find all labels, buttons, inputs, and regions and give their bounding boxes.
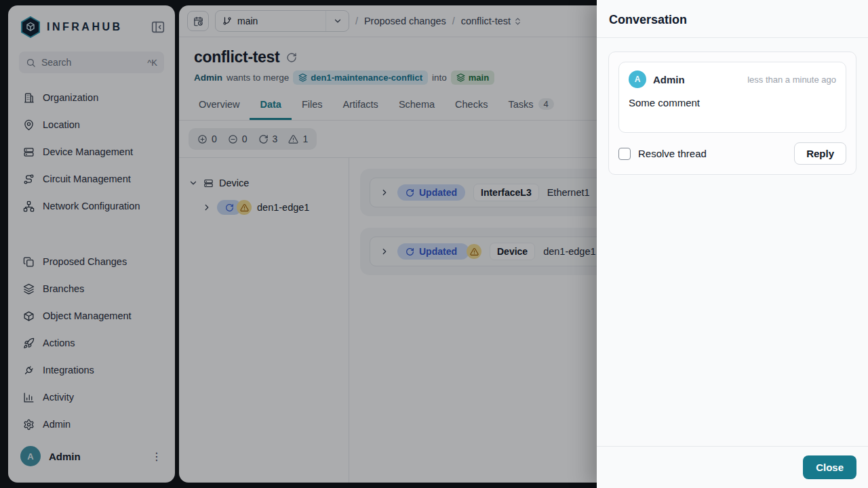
thread-card: A Admin less than a minute ago Some comm… bbox=[608, 52, 856, 175]
drawer-title: Conversation bbox=[609, 13, 856, 27]
close-button[interactable]: Close bbox=[803, 455, 856, 479]
resolve-thread-label: Resolve thread bbox=[638, 148, 707, 159]
drawer-footer: Close bbox=[597, 446, 868, 488]
avatar: A bbox=[629, 70, 646, 88]
comment-text: Some comment bbox=[629, 97, 836, 123]
resolve-thread-checkbox[interactable] bbox=[618, 148, 631, 160]
comment-timestamp: less than a minute ago bbox=[747, 75, 836, 85]
comment-card: A Admin less than a minute ago Some comm… bbox=[618, 62, 846, 133]
comment-author: Admin bbox=[653, 74, 741, 85]
drawer-header: Conversation bbox=[597, 0, 868, 38]
drawer-body: A Admin less than a minute ago Some comm… bbox=[597, 38, 868, 446]
resolve-thread-control[interactable]: Resolve thread bbox=[618, 148, 794, 160]
conversation-drawer: Conversation A Admin less than a minute … bbox=[597, 0, 868, 488]
reply-button[interactable]: Reply bbox=[794, 142, 846, 165]
